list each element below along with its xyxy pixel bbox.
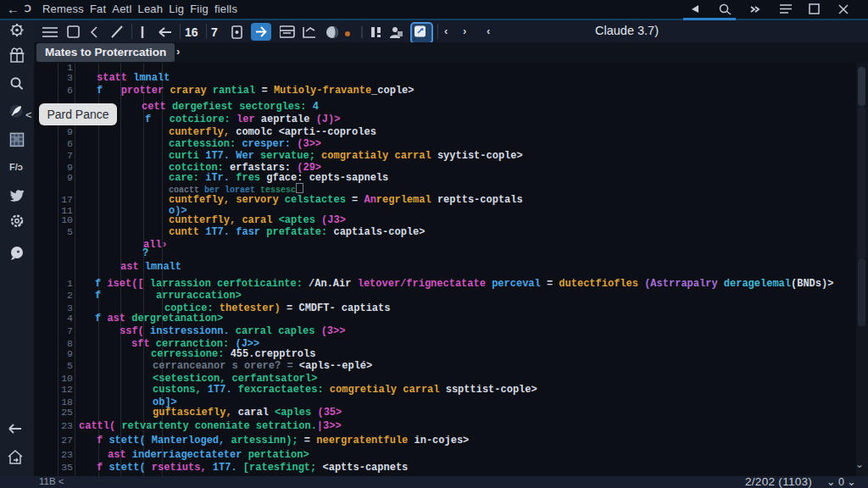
svg-text:16: 16 bbox=[185, 25, 198, 39]
svg-text:7: 7 bbox=[211, 25, 218, 39]
